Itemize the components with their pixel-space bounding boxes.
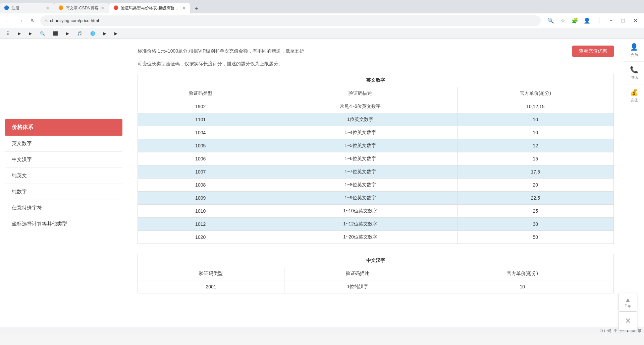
- tab-active[interactable]: 🔴 验证码类型与价格表-超级鹰验证... ✕: [109, 3, 190, 13]
- col-code-cn: 验证码类型: [138, 267, 284, 280]
- member-icon: 👤: [630, 43, 638, 51]
- bookmark-favicon-6: 🎵: [77, 31, 82, 36]
- widget-member[interactable]: 👤 会员: [624, 39, 644, 62]
- bookmark-python[interactable]: ▶: [15, 30, 25, 37]
- cell-code: 1010: [138, 205, 263, 218]
- cell-code: 1008: [138, 179, 263, 192]
- menu-icon[interactable]: ⋮: [594, 16, 604, 25]
- bookmark-static-list[interactable]: ⬛: [50, 30, 62, 37]
- bookmark-favicon-5: ▶: [66, 31, 69, 36]
- cell-code: 1005: [138, 139, 263, 152]
- browser-chrome: 🔵 注册 ✕ 🟠 写文章-CSDN博客 ✕ 🔴 验证码类型与价格表-超级鹰验证.…: [0, 0, 644, 39]
- cell-desc: 1~10位英文数字: [263, 205, 457, 218]
- bookmark-python2[interactable]: ▶: [63, 30, 73, 37]
- english-table: 英文数字 验证码类型 验证码描述 官方单价(题分) 1902 常见4~6位英文数…: [138, 74, 614, 244]
- bookmark-qq[interactable]: 🎵: [74, 30, 86, 37]
- sidebar-item-coordinate[interactable]: 坐标选择计算等其他类型: [5, 216, 122, 232]
- tab-title-active: 验证码类型与价格表-超级鹰验证...: [121, 5, 180, 11]
- cell-desc: 1~4位英文数字: [263, 126, 457, 139]
- table-row: 1012 1~12位英文数字 30: [138, 218, 614, 231]
- bookmark-favicon-9: ▶: [114, 31, 117, 36]
- cell-desc: 1~20位英文数字: [263, 231, 457, 244]
- sidebar-item-pure-english[interactable]: 纯英文: [5, 168, 122, 184]
- status-input-mid: 中: [614, 328, 618, 333]
- omnibox-bar: ← → ↻ ⚠ chaojiying.com/price.html 🔍 ☆ 🧩 …: [0, 13, 644, 28]
- sidebar-title: 价格体系: [5, 119, 122, 136]
- col-price: 官方单价(题分): [457, 87, 613, 100]
- cell-code: 1009: [138, 192, 263, 205]
- close-float-icon: ✕: [625, 317, 631, 325]
- tab-favicon-register: 🔵: [4, 5, 9, 11]
- cell-code: 1004: [138, 126, 263, 139]
- info-bar: 标准价格:1元=1000题分,根据VIP级别和单次充值金额，有不同的赠送，低至五…: [138, 46, 614, 57]
- col-price-cn: 官方单价(题分): [431, 267, 614, 280]
- bookmark-apps[interactable]: ⠿: [4, 30, 14, 37]
- cell-desc: 常见4~6位英文数字: [263, 100, 457, 113]
- chinese-table: 中文汉字 验证码类型 验证码描述 官方单价(题分) 2001 1位纯汉字 10: [138, 254, 614, 293]
- tab-register[interactable]: 🔵 注册 ✕: [0, 3, 54, 13]
- charge-button[interactable]: 查看充值优惠: [572, 46, 614, 57]
- cell-price: 10: [431, 280, 614, 293]
- table-row: 1101 1位英文数字 10: [138, 113, 614, 126]
- bookmark-icon[interactable]: ☆: [558, 16, 568, 25]
- widget-recharge[interactable]: 💰 充值: [624, 84, 644, 107]
- forward-button[interactable]: →: [16, 16, 25, 25]
- tab-close-active[interactable]: ✕: [182, 5, 186, 11]
- bookmark-python3[interactable]: ▶: [101, 30, 110, 37]
- status-keyboard: 键: [607, 328, 611, 333]
- close-window-button[interactable]: ✕: [631, 16, 640, 25]
- cell-price: 50: [457, 231, 613, 244]
- tab-close-register[interactable]: ✕: [46, 5, 50, 11]
- bookmark-favicon-4: ⬛: [53, 31, 58, 36]
- cell-desc: 1~6位英文数字: [263, 152, 457, 165]
- table-row: 1007 1~7位英文数字 17.5: [138, 165, 614, 179]
- english-section-header: 英文数字: [138, 74, 614, 87]
- phone-icon: 📞: [630, 66, 638, 74]
- close-float-button[interactable]: ✕: [619, 312, 637, 330]
- extension-icon[interactable]: 🧩: [570, 16, 580, 25]
- user-icon[interactable]: 👤: [582, 16, 592, 25]
- cell-desc: 1~8位英文数字: [263, 179, 457, 192]
- maximize-button[interactable]: □: [619, 16, 628, 25]
- bookmark-linked-list[interactable]: 🔍: [37, 30, 49, 37]
- cell-price: 17.5: [457, 165, 613, 179]
- col-desc-cn: 验证码描述: [284, 267, 431, 280]
- cell-code: 1020: [138, 231, 263, 244]
- search-icon[interactable]: 🔍: [546, 16, 555, 25]
- bookmark-favicon-2: ▶: [29, 31, 32, 36]
- new-tab-button[interactable]: +: [192, 4, 201, 13]
- tab-close-csdn[interactable]: ✕: [101, 5, 105, 11]
- minimize-button[interactable]: －: [606, 16, 616, 25]
- cell-desc: 1位英文数字: [263, 113, 457, 126]
- cell-price: 25: [457, 205, 613, 218]
- bookmark-spider[interactable]: 🌐: [88, 30, 99, 37]
- cell-code: 1101: [138, 113, 263, 126]
- refresh-button[interactable]: ↻: [28, 16, 38, 25]
- tab-favicon-csdn: 🟠: [58, 5, 64, 11]
- widget-phone[interactable]: 📞 电话: [624, 62, 644, 84]
- back-button[interactable]: ←: [4, 16, 13, 25]
- status-bar: CH 键 中 中 ♦ 简 繁: [0, 327, 644, 334]
- cell-price: 10: [457, 113, 613, 126]
- sidebar-item-english[interactable]: 英文数字: [5, 136, 122, 152]
- sidebar-item-chinese[interactable]: 中文汉字: [5, 152, 122, 168]
- table-row: 1005 1~5位英文数字 12: [138, 139, 614, 152]
- cell-code: 1006: [138, 152, 263, 165]
- address-bar[interactable]: ⚠ chaojiying.com/price.html: [40, 15, 541, 26]
- top-button[interactable]: ▲ Top: [619, 293, 637, 312]
- cell-code: 2001: [138, 280, 284, 293]
- sidebar-item-special[interactable]: 任意特殊字符: [5, 200, 122, 216]
- cell-price: 15: [457, 152, 613, 165]
- sidebar-item-pure-number[interactable]: 纯数字: [5, 184, 122, 200]
- col-desc: 验证码描述: [263, 87, 457, 100]
- top-label: Top: [625, 303, 631, 308]
- bookmark-wps[interactable]: ▶: [112, 30, 121, 37]
- table-row: 1008 1~8位英文数字 20: [138, 179, 614, 192]
- table-row: 1004 1~4位英文数字 10: [138, 126, 614, 139]
- phone-label: 电话: [631, 75, 638, 80]
- tab-title-csdn: 写文章-CSDN博客: [66, 5, 99, 11]
- tab-csdn[interactable]: 🟠 写文章-CSDN博客 ✕: [54, 3, 109, 13]
- table-row: 1902 常见4~6位英文数字 10,12,15: [138, 100, 614, 113]
- bookmark-c[interactable]: ▶: [26, 30, 36, 37]
- status-ch: CH: [599, 329, 605, 333]
